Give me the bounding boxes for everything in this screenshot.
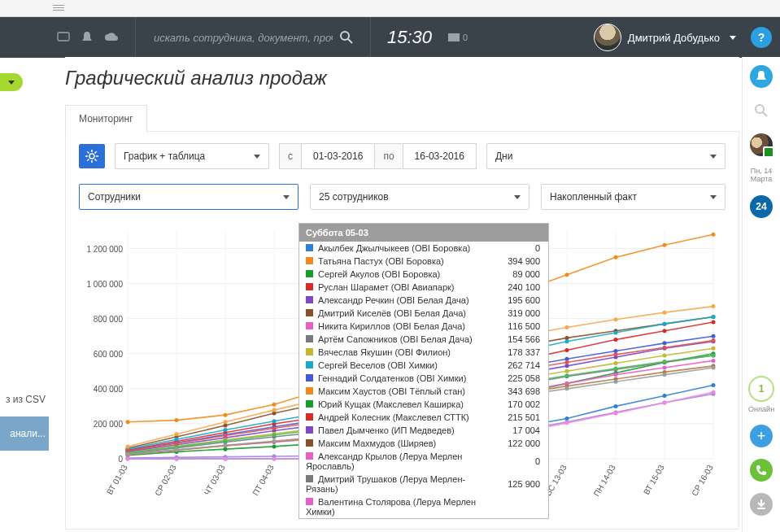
cloud-icon[interactable] bbox=[104, 33, 119, 42]
date-from-input[interactable]: 01-03-2016 bbox=[302, 143, 375, 169]
user-menu[interactable]: Дмитрий Добудько bbox=[594, 24, 736, 51]
svg-point-167 bbox=[565, 369, 569, 373]
select-view-mode[interactable]: График + таблица bbox=[115, 143, 269, 169]
svg-point-277 bbox=[224, 443, 228, 447]
date-to-input[interactable]: 16-03-2016 bbox=[403, 143, 477, 169]
svg-text:1 200 000: 1 200 000 bbox=[87, 245, 124, 254]
download-button[interactable] bbox=[750, 493, 773, 516]
tooltip-row: Вячеслав Якушин (OBI Филион)178 337 bbox=[299, 346, 548, 359]
svg-point-79 bbox=[712, 233, 716, 237]
svg-point-103 bbox=[614, 338, 618, 342]
svg-text:ПТ 04-03: ПТ 04-03 bbox=[251, 463, 276, 497]
svg-rect-0 bbox=[58, 33, 69, 41]
svg-point-174 bbox=[272, 419, 277, 423]
online-count-badge[interactable]: 1 bbox=[748, 376, 774, 402]
svg-text:200 000: 200 000 bbox=[94, 420, 124, 429]
svg-point-128 bbox=[565, 336, 569, 340]
svg-point-77 bbox=[614, 255, 618, 259]
svg-point-265 bbox=[272, 457, 277, 461]
svg-point-232 bbox=[565, 360, 569, 364]
search-button[interactable] bbox=[750, 99, 773, 122]
svg-point-70 bbox=[272, 403, 277, 407]
svg-point-104 bbox=[663, 329, 667, 333]
select-grouping[interactable]: Дни bbox=[486, 143, 726, 169]
svg-point-288 bbox=[756, 105, 764, 113]
svg-line-11 bbox=[95, 151, 97, 153]
svg-point-206 bbox=[565, 325, 569, 329]
chevron-down-icon bbox=[730, 36, 736, 40]
svg-point-271 bbox=[565, 421, 569, 425]
search-box[interactable] bbox=[135, 17, 371, 58]
svg-point-234 bbox=[663, 346, 667, 350]
svg-point-200 bbox=[272, 408, 277, 412]
help-button[interactable]: ? bbox=[751, 27, 772, 48]
sidebar-item-active[interactable]: анали... bbox=[0, 416, 49, 451]
svg-line-2 bbox=[348, 39, 352, 43]
notifications-button[interactable] bbox=[750, 65, 773, 88]
svg-point-121 bbox=[224, 424, 228, 428]
svg-point-182 bbox=[663, 322, 667, 326]
bell-icon bbox=[756, 70, 767, 83]
tooltip-row: Дмитрий Трушаков (Леруа Мерлен-Рязань)12… bbox=[299, 473, 548, 495]
select-measure[interactable]: Накопленный факт bbox=[541, 184, 726, 210]
bell-icon[interactable] bbox=[81, 31, 93, 44]
select-axis2[interactable]: 25 сотрудников bbox=[310, 184, 529, 210]
svg-text:0: 0 bbox=[118, 455, 123, 464]
svg-point-219 bbox=[565, 373, 569, 377]
svg-point-4 bbox=[89, 154, 94, 159]
chevron-down-icon bbox=[710, 155, 717, 159]
svg-point-285 bbox=[614, 380, 618, 384]
svg-point-198 bbox=[175, 432, 179, 436]
collapse-sidebar-button[interactable] bbox=[0, 73, 23, 91]
sidebar-item[interactable]: з из CSV bbox=[0, 382, 49, 416]
search-input[interactable] bbox=[152, 31, 334, 45]
calendar-badge[interactable]: 24 bbox=[750, 195, 773, 218]
phone-icon bbox=[756, 464, 767, 476]
svg-point-207 bbox=[614, 317, 618, 321]
chat-icon[interactable] bbox=[57, 32, 70, 43]
tooltip-row: Дмитрий Киселёв (OBI Белая Дача)319 000 bbox=[299, 307, 548, 320]
select-axis1[interactable]: Сотрудники bbox=[79, 184, 298, 210]
contact-avatar[interactable] bbox=[750, 133, 773, 156]
svg-point-274 bbox=[712, 390, 716, 395]
tooltip-row: Акылбек Джылчыкеев (OBI Боровка)0 bbox=[299, 242, 548, 255]
svg-text:ЧТ 03-03: ЧТ 03-03 bbox=[203, 463, 227, 496]
svg-point-183 bbox=[712, 315, 716, 319]
svg-line-12 bbox=[87, 159, 89, 161]
tooltip-row: Татьяна Пастух (OBI Боровка)394 900 bbox=[299, 255, 548, 268]
online-label: Онлайн bbox=[748, 405, 774, 413]
tooltip-row: Сергей Веселов (OBI Химки)262 714 bbox=[299, 359, 548, 372]
svg-point-213 bbox=[272, 433, 277, 437]
call-button[interactable] bbox=[750, 459, 773, 482]
tooltip-row: Павел Дымченко (ИП Медведев)17 004 bbox=[299, 424, 548, 437]
svg-point-170 bbox=[712, 347, 716, 351]
sidebar-fragments: з из CSV анали... bbox=[0, 382, 49, 473]
svg-text:1 000 000: 1 000 000 bbox=[87, 280, 124, 289]
tooltip-row: Геннадий Солдатенков (OBI Химки)225 058 bbox=[299, 372, 548, 385]
svg-point-264 bbox=[224, 457, 228, 461]
date-range: с 01-03-2016 по 16-03-2016 bbox=[279, 143, 477, 169]
svg-point-180 bbox=[565, 339, 569, 343]
add-button[interactable]: + bbox=[750, 425, 773, 447]
svg-text:400 000: 400 000 bbox=[94, 385, 124, 394]
tooltip-row: Руслан Шарамет (OBI Авиапарк)240 100 bbox=[299, 281, 548, 294]
sidebar-item[interactable] bbox=[0, 451, 49, 473]
language-indicator[interactable]: 0 bbox=[448, 33, 492, 42]
svg-point-222 bbox=[712, 353, 716, 357]
svg-point-102 bbox=[565, 348, 569, 352]
chevron-down-icon bbox=[514, 195, 521, 199]
svg-point-233 bbox=[614, 352, 618, 356]
settings-button[interactable] bbox=[79, 144, 105, 168]
svg-point-284 bbox=[565, 386, 569, 390]
tooltip-row: Александр Речкин (OBI Белая Дача)195 600 bbox=[299, 294, 548, 307]
chart-area: 0200 000400 000600 000800 0001 000 0001 … bbox=[79, 223, 726, 516]
svg-point-173 bbox=[224, 428, 228, 432]
svg-point-194 bbox=[614, 349, 618, 353]
filters-card: График + таблица с 01-03-2016 по 16-03-2… bbox=[65, 131, 739, 530]
tooltip-row: Максим Махмудов (Ширяев)122 000 bbox=[299, 437, 548, 450]
svg-text:600 000: 600 000 bbox=[94, 350, 124, 359]
svg-point-208 bbox=[663, 311, 667, 315]
search-icon[interactable] bbox=[339, 30, 354, 45]
svg-point-223 bbox=[126, 449, 130, 453]
tab-monitoring[interactable]: Мониторинг bbox=[65, 105, 147, 132]
